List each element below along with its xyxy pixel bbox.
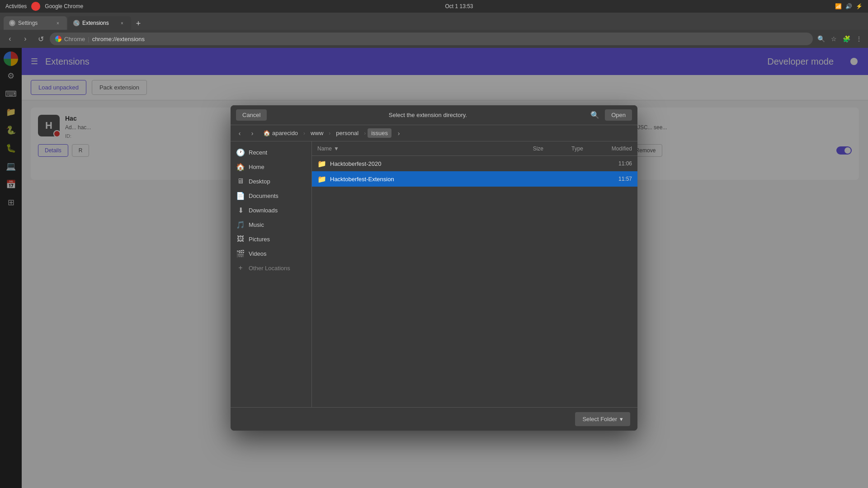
breadcrumb-home[interactable]: 🏠 aparecido — [259, 128, 302, 138]
sidebar-item-recent[interactable]: 🕐 Recent — [231, 145, 311, 160]
videos-icon: 🎬 — [236, 249, 245, 258]
address-bar: ‹ › ↺ Chrome | chrome://extensions 🔍 ☆ 🧩… — [0, 30, 868, 48]
file-list: 📁 Hacktoberfest-2020 11:06 📁 Hacktoberfe… — [312, 156, 637, 407]
sidebar-item-other[interactable]: + Other Locations — [231, 261, 311, 275]
sidebar-item-videos[interactable]: 🎬 Videos — [231, 246, 311, 261]
pictures-icon: 🖼 — [236, 235, 245, 243]
sidebar-label-desktop: Desktop — [249, 178, 270, 185]
sidebar-item-desktop[interactable]: 🖥 Desktop — [231, 174, 311, 188]
sidebar-item-home[interactable]: 🏠 Home — [231, 160, 311, 174]
nav-prev-button[interactable]: ‹ — [234, 128, 245, 139]
home-sidebar-icon: 🏠 — [236, 163, 245, 171]
address-icons: 🔍 ☆ 🧩 ⋮ — [816, 33, 864, 44]
extension-icon[interactable]: 🧩 — [841, 33, 852, 44]
file-dialog: Cancel Select the extension directory. 🔍… — [231, 105, 637, 431]
sidebar-item-pictures[interactable]: 🖼 Pictures — [231, 232, 311, 246]
back-button[interactable]: ‹ — [4, 33, 16, 45]
address-prefix: Chrome — [64, 36, 85, 42]
col-name: Name ▼ — [317, 145, 504, 152]
sidebar-label-documents: Documents — [249, 192, 278, 199]
downloads-icon: ⬇ — [236, 206, 245, 215]
sidebar-item-downloads[interactable]: ⬇ Downloads — [231, 203, 311, 217]
recent-icon: 🕐 — [236, 148, 245, 157]
breadcrumb-more-button[interactable]: › — [393, 128, 404, 139]
app-indicator — [31, 2, 40, 11]
file-name-0: Hacktoberfest-2020 — [330, 160, 504, 167]
system-bar-left: Activities Google Chrome — [5, 2, 83, 11]
select-folder-arrow-icon: ▾ — [620, 416, 623, 422]
file-dialog-overlay: Cancel Select the extension directory. 🔍… — [0, 48, 868, 488]
dialog-breadcrumb-nav: ‹ › 🏠 aparecido › www › personal › — [231, 125, 637, 141]
address-value: chrome://extensions — [92, 36, 145, 42]
music-icon: 🎵 — [236, 221, 245, 229]
file-row-1[interactable]: 📁 Hacktoberfest-Extension 11:57 — [312, 171, 637, 187]
sidebar-label-home: Home — [249, 164, 264, 170]
chrome-icon-small — [55, 36, 61, 42]
app-name-label[interactable]: Google Chrome — [45, 3, 83, 9]
new-tab-button[interactable]: + — [132, 17, 145, 30]
file-icon-1: 📁 — [317, 175, 326, 183]
file-modified-0: 11:06 — [587, 160, 632, 167]
tab-settings[interactable]: ⚙ Settings × — [4, 16, 67, 30]
menu-icon[interactable]: ⋮ — [854, 33, 864, 44]
sidebar-label-music: Music — [249, 221, 264, 228]
dialog-open-button[interactable]: Open — [605, 109, 632, 121]
breadcrumb-sep-2: › — [364, 130, 366, 136]
breadcrumb-issues[interactable]: issues — [368, 128, 392, 138]
zoom-icon[interactable]: 🔍 — [816, 33, 826, 44]
settings-favicon: ⚙ — [9, 20, 15, 26]
bookmark-icon[interactable]: ☆ — [828, 33, 839, 44]
tab-extensions-label: Extensions — [82, 20, 109, 26]
breadcrumb-home-label: aparecido — [272, 130, 298, 136]
volume-icon: 🔊 — [845, 3, 852, 9]
sort-icon: ▼ — [334, 145, 339, 152]
sidebar-label-videos: Videos — [249, 250, 267, 257]
documents-icon: 📄 — [236, 192, 245, 200]
tab-settings-close[interactable]: × — [54, 19, 61, 27]
tab-extensions-close[interactable]: × — [118, 19, 126, 27]
breadcrumb-www[interactable]: www — [307, 128, 327, 138]
breadcrumb-www-label: www — [311, 130, 323, 136]
system-bar: Activities Google Chrome Oct 1 13:53 📶 🔊… — [0, 0, 868, 13]
power-icon: ⚡ — [856, 3, 863, 9]
desktop-icon: 🖥 — [236, 177, 245, 185]
sidebar-label-downloads: Downloads — [249, 207, 278, 214]
address-input[interactable]: Chrome | chrome://extensions — [50, 33, 813, 45]
home-icon: 🏠 — [263, 130, 270, 136]
col-modified: Modified — [587, 145, 632, 152]
file-modified-1: 11:57 — [587, 176, 632, 182]
activities-label[interactable]: Activities — [5, 3, 27, 9]
select-folder-label: Select Folder — [582, 416, 617, 422]
breadcrumb-personal[interactable]: personal — [332, 128, 362, 138]
file-row-0[interactable]: 📁 Hacktoberfest-2020 11:06 — [312, 156, 637, 171]
dialog-sidebar: 🕐 Recent 🏠 Home 🖥 Desktop 📄 — [231, 141, 312, 407]
tab-settings-label: Settings — [18, 20, 38, 26]
network-icon: 📶 — [835, 3, 842, 9]
sidebar-item-documents[interactable]: 📄 Documents — [231, 188, 311, 203]
breadcrumb-sep-1: › — [329, 130, 330, 136]
breadcrumb-issues-label: issues — [371, 130, 388, 136]
col-type: Type — [547, 145, 583, 152]
dialog-search-button[interactable]: 🔍 — [589, 109, 601, 122]
datetime-label: Oct 1 13:53 — [445, 3, 473, 9]
col-size: Size — [507, 145, 543, 152]
main-area: ⚙ ⌨ 📁 🐍 🐛 💻 📅 ⊞ ☰ Extensions Developer m… — [0, 48, 868, 488]
forward-button[interactable]: › — [19, 33, 32, 45]
sidebar-label-recent: Recent — [249, 149, 267, 156]
address-separator: | — [88, 36, 89, 42]
extensions-favicon: 🔧 — [73, 20, 80, 26]
file-name-1: Hacktoberfest-Extension — [330, 176, 504, 183]
sidebar-item-music[interactable]: 🎵 Music — [231, 217, 311, 232]
file-list-area: Name ▼ Size Type Modified 📁 Hacktoberfes — [312, 141, 637, 407]
select-folder-button[interactable]: Select Folder ▾ — [575, 412, 630, 426]
reload-button[interactable]: ↺ — [34, 33, 47, 45]
dialog-cancel-button[interactable]: Cancel — [236, 109, 267, 121]
nav-next-button[interactable]: › — [247, 128, 258, 139]
sidebar-label-pictures: Pictures — [249, 236, 270, 243]
breadcrumb-sep-0: › — [303, 130, 305, 136]
tab-extensions[interactable]: 🔧 Extensions × — [68, 16, 131, 30]
tab-bar: ⚙ Settings × 🔧 Extensions × + — [0, 13, 868, 30]
file-icon-0: 📁 — [317, 160, 326, 168]
file-list-header: Name ▼ Size Type Modified — [312, 141, 637, 156]
dialog-footer: Select Folder ▾ — [231, 407, 637, 431]
